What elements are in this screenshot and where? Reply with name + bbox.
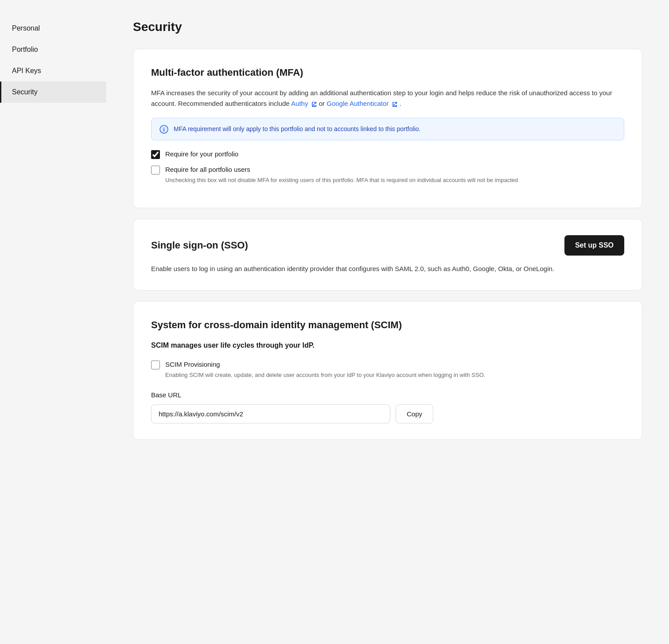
- mfa-card-title: Multi-factor authentication (MFA): [151, 65, 624, 80]
- authy-external-icon: [311, 101, 317, 107]
- main-content: Security Multi-factor authentication (MF…: [106, 0, 669, 644]
- setup-sso-button[interactable]: Set up SSO: [564, 235, 624, 256]
- sso-card-title: Single sign-on (SSO): [151, 238, 248, 252]
- mfa-checkbox-2-label: Require for all portfolio users: [165, 165, 518, 175]
- base-url-label: Base URL: [151, 390, 624, 400]
- scim-checkbox-content: SCIM Provisioning Enabling SCIM will cre…: [165, 360, 485, 380]
- mfa-description: MFA increases the security of your accou…: [151, 88, 624, 109]
- google-auth-link[interactable]: Google Authenticator: [327, 100, 389, 107]
- scim-provisioning-checkbox[interactable]: [151, 361, 160, 369]
- mfa-require-all-users-checkbox[interactable]: [151, 166, 160, 175]
- svg-text:i: i: [163, 127, 164, 133]
- base-url-row: Copy: [151, 404, 624, 423]
- mfa-description-end: .: [400, 100, 401, 107]
- sso-card: Single sign-on (SSO) Set up SSO Enable u…: [133, 219, 642, 291]
- scim-card: System for cross-domain identity managem…: [133, 301, 642, 440]
- sidebar-item-security[interactable]: Security: [0, 81, 106, 103]
- mfa-description-middle: or: [319, 100, 327, 107]
- mfa-checkboxes: Require for your portfolio Require for a…: [151, 149, 624, 185]
- copy-button[interactable]: Copy: [396, 404, 433, 423]
- info-icon: i: [159, 125, 168, 134]
- sso-card-header: Single sign-on (SSO) Set up SSO: [151, 235, 624, 256]
- scim-card-title: System for cross-domain identity managem…: [151, 318, 624, 332]
- authy-link[interactable]: Authy: [291, 100, 308, 107]
- sidebar-item-personal[interactable]: Personal: [0, 18, 106, 39]
- mfa-card: Multi-factor authentication (MFA) MFA in…: [133, 49, 642, 208]
- mfa-checkbox-1-label: Require for your portfolio: [165, 149, 238, 159]
- sidebar-item-api-keys[interactable]: API Keys: [0, 60, 106, 81]
- scim-checkbox-row: SCIM Provisioning Enabling SCIM will cre…: [151, 360, 624, 380]
- mfa-checkbox-2-description: Unchecking this box will not disable MFA…: [165, 176, 518, 185]
- mfa-checkbox-row-1: Require for your portfolio: [151, 149, 624, 159]
- scim-subtitle: SCIM manages user life cycles through yo…: [151, 340, 624, 351]
- sidebar-item-portfolio[interactable]: Portfolio: [0, 39, 106, 60]
- google-auth-external-icon: [392, 101, 398, 107]
- page-title: Security: [133, 18, 642, 36]
- base-url-input[interactable]: [151, 404, 390, 423]
- mfa-info-text: MFA requirement will only apply to this …: [174, 124, 420, 134]
- sidebar: Personal Portfolio API Keys Security: [0, 0, 106, 644]
- mfa-checkbox-row-2: Require for all portfolio users Unchecki…: [151, 165, 624, 185]
- mfa-checkbox-1-content: Require for your portfolio: [165, 149, 238, 159]
- mfa-info-banner: i MFA requirement will only apply to thi…: [151, 118, 624, 140]
- sso-description: Enable users to log in using an authenti…: [151, 264, 624, 274]
- scim-checkbox-label: SCIM Provisioning: [165, 360, 485, 370]
- scim-checkbox-description: Enabling SCIM will create, update, and d…: [165, 371, 485, 380]
- mfa-require-portfolio-checkbox[interactable]: [151, 150, 160, 159]
- mfa-checkbox-2-content: Require for all portfolio users Unchecki…: [165, 165, 518, 185]
